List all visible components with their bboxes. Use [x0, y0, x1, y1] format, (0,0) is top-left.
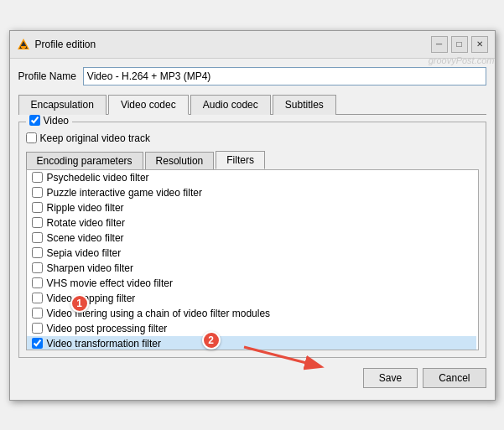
watermark: groovyPost.com [429, 55, 495, 65]
filter-checkbox-1[interactable] [32, 187, 43, 198]
filter-checkbox-10[interactable] [32, 323, 43, 334]
filter-checkbox-5[interactable] [32, 247, 43, 258]
profile-name-label: Profile Name [18, 70, 76, 82]
tab-filters[interactable]: Filters [216, 151, 265, 169]
inner-tabs: Encoding parameters Resolution Filters [26, 151, 479, 170]
keep-original-row: Keep original video track [26, 132, 479, 144]
outer-tabs: Encapsulation Video codec Audio codec Su… [18, 94, 486, 115]
annotation-2-group: 2 [202, 331, 271, 350]
filter-label-4: Scene video filter [47, 232, 124, 244]
filter-checkbox-2[interactable] [32, 202, 43, 213]
video-label: Video [44, 115, 69, 127]
svg-line-5 [244, 347, 320, 366]
tab-audio-codec[interactable]: Audio codec [190, 95, 271, 115]
filter-label-0: Psychedelic video filter [47, 172, 149, 184]
filter-checkbox-3[interactable] [32, 217, 43, 228]
profile-name-input[interactable] [83, 67, 486, 85]
cancel-button[interactable]: Cancel [423, 368, 486, 388]
filter-label-3: Rotate video filter [47, 217, 125, 229]
filter-checkbox-4[interactable] [32, 232, 43, 243]
filter-item[interactable]: Sepia video filter [27, 246, 476, 261]
filter-label-2: Ripple video filter [47, 202, 124, 214]
filter-item[interactable]: Rotate video filter [27, 215, 476, 231]
video-section: Video Keep original video track Encoding… [18, 122, 486, 358]
titlebar-left: Profile edition [17, 38, 96, 51]
filter-item[interactable]: Scene video filter [27, 231, 476, 246]
filter-item[interactable]: Video cropping filter [27, 291, 476, 306]
filter-item[interactable]: Puzzle interactive game video filter [27, 185, 476, 200]
filters-list[interactable]: Psychedelic video filterPuzzle interacti… [27, 170, 478, 350]
svg-rect-3 [22, 48, 25, 49]
filter-label-7: VHS movie effect video filter [47, 277, 174, 289]
keep-original-checkbox[interactable] [26, 132, 37, 143]
filter-item[interactable]: Video filtering using a chain of video f… [27, 306, 476, 321]
minimize-button[interactable]: ─ [431, 36, 448, 53]
filter-label-1: Puzzle interactive game video filter [47, 187, 202, 199]
titlebar: Profile edition ─ □ ✕ [10, 31, 495, 59]
arrow-2 [236, 343, 336, 376]
tab-encapsulation[interactable]: Encapsulation [18, 95, 107, 115]
filter-checkbox-6[interactable] [32, 262, 43, 273]
profile-row: Profile Name [18, 67, 486, 85]
filters-panel: Psychedelic video filterPuzzle interacti… [26, 170, 479, 350]
filter-label-6: Sharpen video filter [47, 262, 133, 274]
filter-checkbox-0[interactable] [32, 172, 43, 183]
tab-encoding-parameters[interactable]: Encoding parameters [26, 152, 143, 169]
tab-video-codec[interactable]: Video codec [108, 95, 189, 115]
filter-label-11: Video transformation filter [47, 338, 162, 350]
badge-2: 2 [202, 331, 221, 350]
filter-item[interactable]: Ripple video filter [27, 200, 476, 215]
bottom-buttons: 2 Save Cancel [18, 365, 486, 391]
filter-label-5: Sepia video filter [47, 247, 122, 259]
tab-resolution[interactable]: Resolution [145, 152, 215, 169]
save-button[interactable]: Save [363, 368, 418, 388]
filter-checkbox-9[interactable] [32, 308, 43, 319]
window-title: Profile edition [35, 39, 96, 50]
video-legend: Video [26, 115, 72, 127]
maximize-button[interactable]: □ [451, 36, 468, 53]
filter-item[interactable]: VHS movie effect video filter [27, 276, 476, 291]
window: Profile edition ─ □ ✕ groovyPost.com Pro… [9, 30, 496, 401]
badge-1: 1 [70, 294, 89, 313]
filter-item[interactable]: Sharpen video filter [27, 261, 476, 276]
video-checkbox[interactable] [29, 115, 40, 126]
filter-label-8: Video cropping filter [47, 293, 136, 304]
filter-checkbox-8[interactable] [32, 293, 43, 303]
close-button[interactable]: ✕ [471, 36, 488, 53]
filter-label-10: Video post processing filter [47, 323, 168, 334]
tab-subtitles[interactable]: Subtitles [273, 95, 336, 115]
svg-rect-2 [21, 46, 26, 48]
filter-checkbox-11[interactable] [32, 338, 43, 349]
vlc-icon [17, 38, 30, 51]
keep-original-label: Keep original video track [40, 132, 150, 144]
titlebar-controls: ─ □ ✕ [431, 36, 488, 53]
annotation-1: 1 [70, 294, 89, 313]
filter-item[interactable]: Psychedelic video filter [27, 170, 476, 185]
filter-checkbox-7[interactable] [32, 277, 43, 288]
